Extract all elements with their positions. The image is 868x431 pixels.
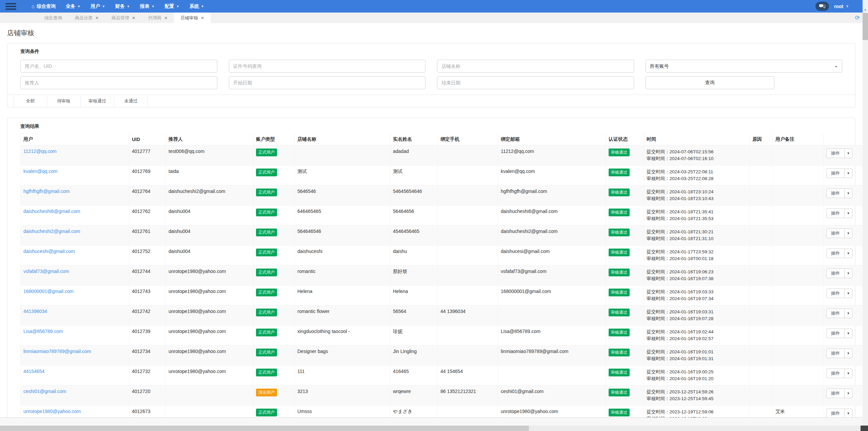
end-date-input[interactable] [437, 76, 634, 89]
action-dropdown-caret[interactable]: ▼ [844, 149, 852, 158]
column-header-用户备注: 用户备注 [773, 134, 824, 145]
action-dropdown-caret[interactable]: ▼ [844, 389, 852, 398]
status-badge: 审核通过 [609, 229, 630, 236]
action-button[interactable]: 操作 [826, 209, 845, 218]
tab-店铺审核[interactable]: 店铺审核✕ [174, 13, 211, 23]
username-uid-input[interactable] [20, 60, 217, 73]
nav-item-label: 系统 [190, 3, 199, 9]
action-button[interactable]: 操作 [826, 289, 845, 298]
user-link[interactable]: daishuceshi@gmail.com [23, 249, 75, 254]
action-dropdown-caret[interactable]: ▼ [844, 169, 852, 178]
nav-item-报表[interactable]: 报表▼ [135, 0, 160, 13]
close-icon[interactable]: ✕ [201, 16, 204, 20]
start-date-input[interactable] [229, 76, 426, 89]
horizontal-scrollbar-thumb[interactable] [0, 426, 529, 431]
referrer-input[interactable] [20, 76, 217, 89]
tab-商品分类[interactable]: 商品分类✕ [68, 13, 105, 23]
action-dropdown-caret[interactable]: ▼ [844, 309, 852, 318]
action-button[interactable]: 操作 [826, 329, 845, 338]
account-type-select[interactable]: 所有账号 [646, 60, 843, 73]
nav-item-综合查询[interactable]: ⌂综合查询 [26, 0, 61, 13]
user-link[interactable]: 11212@qq.com [23, 149, 57, 154]
nav-item-业务[interactable]: 业务▼ [61, 0, 85, 13]
user-link[interactable]: ceshi01@gmail.com [23, 389, 66, 394]
user-link[interactable]: kvalen@qq.com [23, 169, 58, 174]
nav-item-label: 综合查询 [37, 3, 56, 9]
nav-item-系统[interactable]: 系统▼ [184, 0, 209, 13]
nav-item-label: 财务 [115, 3, 125, 9]
action-button[interactable]: 操作 [826, 349, 845, 358]
audit-time-label: 审核时间： [647, 316, 670, 321]
horizontal-scrollbar[interactable] [0, 426, 863, 431]
action-dropdown-caret[interactable]: ▼ [844, 189, 852, 198]
status-filter-未通过[interactable]: 未通过 [114, 95, 148, 107]
shop-name-input[interactable] [437, 60, 634, 73]
user-link[interactable]: hgfhfhgfh@gmail.com [23, 189, 70, 194]
action-dropdown-caret[interactable]: ▼ [844, 229, 852, 238]
cell-email [498, 306, 606, 326]
cell-time: 提交时间：2024-01-17T23:59:32审核时间：2024-01-18T… [644, 246, 750, 266]
action-button[interactable]: 操作 [826, 269, 845, 278]
status-badge: 审核通过 [609, 249, 630, 256]
action-button[interactable]: 操作 [826, 229, 845, 238]
messages-button[interactable] [815, 2, 829, 11]
user-link[interactable]: unrotope1980@yahoo.com [23, 409, 81, 414]
user-link[interactable]: 44154654 [23, 369, 44, 374]
action-dropdown-caret[interactable]: ▼ [844, 289, 852, 298]
search-button[interactable]: 查询 [646, 76, 774, 89]
vertical-scrollbar[interactable]: ▲ [863, 0, 868, 431]
user-menu[interactable]: root ▼ [834, 4, 849, 9]
tab-综合查询[interactable]: 综合查询 [38, 13, 68, 23]
audit-time-value: 2024-03-25T22:08:28 [670, 176, 714, 181]
action-dropdown-caret[interactable]: ▼ [844, 269, 852, 278]
scroll-up-arrow-icon[interactable]: ▲ [863, 6, 868, 13]
tab-代理商[interactable]: 代理商✕ [142, 13, 174, 23]
id-number-input[interactable] [229, 60, 426, 73]
close-icon[interactable]: ✕ [132, 16, 135, 20]
action-button[interactable]: 操作 [826, 149, 845, 158]
cell-real-name: Helena [390, 286, 438, 306]
nav-item-财务[interactable]: 财务▼ [110, 0, 135, 13]
user-link[interactable]: vsfafaf73@gmail.com [23, 269, 69, 274]
close-icon[interactable]: ✕ [164, 16, 167, 20]
audit-time-label: 审核时间： [647, 296, 670, 301]
cell-uid: 4012743 [129, 286, 166, 306]
action-dropdown-caret[interactable]: ▼ [844, 349, 852, 358]
action-dropdown-caret[interactable]: ▼ [844, 249, 852, 258]
nav-item-配置[interactable]: 配置▼ [160, 0, 184, 13]
user-link[interactable]: daishucheshi6@gmail.com [23, 209, 80, 214]
status-filter-全部[interactable]: 全部 [14, 95, 47, 107]
action-dropdown-caret[interactable]: ▼ [844, 209, 852, 218]
account-type-badge: 演示用户 [256, 389, 277, 396]
cell-remark [773, 386, 824, 406]
refresh-icon[interactable]: ⟳ [855, 13, 860, 23]
vertical-scrollbar-thumb[interactable] [863, 13, 868, 40]
user-link[interactable]: Lisa@856789.com [23, 329, 63, 334]
action-button[interactable]: 操作 [826, 169, 845, 178]
action-dropdown-caret[interactable]: ▼ [844, 369, 852, 378]
action-button[interactable]: 操作 [826, 369, 845, 378]
cell-email: daishucheshi2@gmail.com [498, 226, 606, 246]
action-button[interactable]: 操作 [826, 309, 845, 318]
user-link[interactable]: 441396034 [23, 309, 47, 314]
cell-uid: 4012762 [129, 205, 166, 226]
nav-item-用户[interactable]: 用户▼ [85, 0, 110, 13]
user-link[interactable]: daishucheshi2@gmail.com [23, 229, 80, 234]
status-filter-审核通过[interactable]: 审核通过 [81, 95, 114, 107]
submit-time-label: 提交时间： [647, 249, 670, 254]
user-link[interactable]: 168000001@gmail.com [23, 289, 74, 294]
status-filter-待审核[interactable]: 待审核 [47, 95, 81, 107]
action-dropdown-caret[interactable]: ▼ [844, 409, 852, 418]
action-button[interactable]: 操作 [826, 389, 845, 398]
nav-item-label: 业务 [66, 3, 75, 9]
close-icon[interactable]: ✕ [95, 16, 99, 20]
submit-time-label: 提交时间： [647, 189, 670, 194]
action-button[interactable]: 操作 [826, 249, 845, 258]
tab-商品管理[interactable]: 商品管理✕ [105, 13, 142, 23]
hamburger-menu-icon[interactable] [5, 3, 16, 10]
audit-time-label: 审核时间： [647, 216, 670, 221]
action-button[interactable]: 操作 [826, 409, 845, 418]
user-link[interactable]: linmiaomiao789789@gmail.com [23, 349, 91, 354]
action-button[interactable]: 操作 [826, 189, 845, 198]
action-dropdown-caret[interactable]: ▼ [844, 329, 852, 338]
